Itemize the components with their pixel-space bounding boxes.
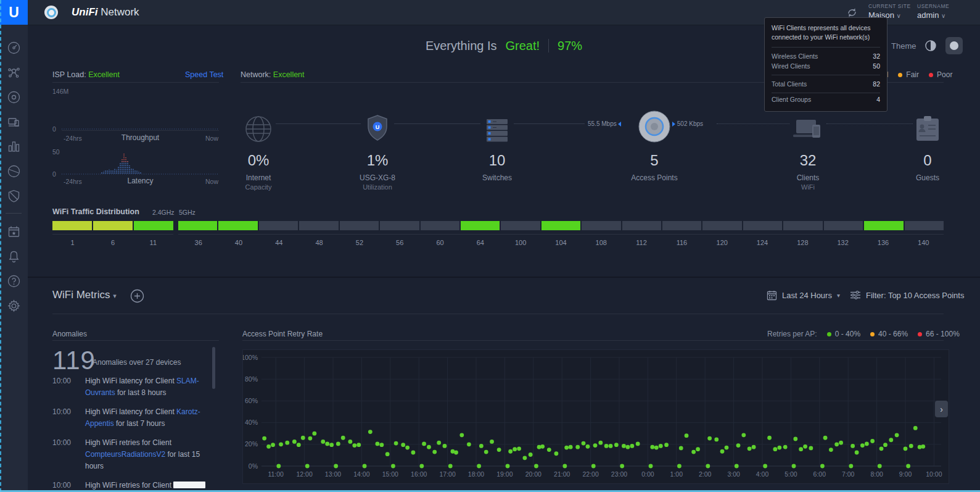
sidebar-item-threat-management[interactable] <box>7 189 21 203</box>
channel-segment-120 <box>702 221 741 230</box>
channel-label: 40 <box>218 239 258 246</box>
channel-label: 56 <box>380 239 420 246</box>
channel-segment-56 <box>380 221 419 230</box>
node-access-points[interactable]: 5 Access Points <box>614 104 694 183</box>
channel-segment-40 <box>218 221 257 230</box>
channel-segment-104 <box>541 221 580 230</box>
node-internet[interactable]: 0% Internet Capacity <box>218 104 299 191</box>
anomaly-text: High WiFi retries for Client <box>85 480 220 491</box>
svg-text:1:00: 1:00 <box>670 470 683 478</box>
anomalies-list: 10:00High WiFi latency for Client SLAM-O… <box>52 375 220 492</box>
globe-icon <box>218 104 299 143</box>
node-guests[interactable]: 0 Guests <box>887 104 968 183</box>
status-word: Great! <box>506 39 540 53</box>
svg-text:40%: 40% <box>245 419 258 426</box>
svg-text:7:00: 7:00 <box>842 470 855 478</box>
svg-text:23:00: 23:00 <box>611 470 627 478</box>
node-switches[interactable]: 10 Switches <box>457 104 537 183</box>
channel-label: 120 <box>702 239 742 246</box>
channel-segment-128 <box>783 221 822 230</box>
throughput-ymax: 146M <box>52 88 68 95</box>
anomaly-item: 10:00High WiFi latency for Client SLAM-O… <box>52 375 220 398</box>
light-theme-button[interactable] <box>922 37 939 54</box>
svg-text:9:00: 9:00 <box>899 470 912 478</box>
wifi-metrics-dropdown[interactable]: WiFi Metrics ▾ <box>52 289 117 301</box>
sidebar-item-clients[interactable] <box>7 115 21 129</box>
sidebar-item-dashboard[interactable] <box>7 41 21 55</box>
svg-text:22:00: 22:00 <box>582 470 598 478</box>
svg-text:0%: 0% <box>249 462 258 470</box>
add-widget-button[interactable] <box>130 289 144 306</box>
channel-label: 11 <box>133 239 173 246</box>
dark-theme-button[interactable] <box>945 37 963 54</box>
band-24-label: 2.4GHz <box>152 209 175 216</box>
speed-test-link[interactable]: Speed Test <box>185 70 223 79</box>
legend-dot-icon <box>929 73 933 77</box>
anomaly-time: 10:00 <box>52 406 85 429</box>
internet-capacity-value: 0% <box>218 152 299 169</box>
access-points-count: 5 <box>614 152 694 169</box>
user-menu[interactable]: USERNAME admin ∨ <box>917 3 949 20</box>
channel-segment-108 <box>582 221 620 230</box>
sidebar-item-topology[interactable] <box>7 65 21 80</box>
channel-labels-24ghz: 1611 <box>52 234 173 246</box>
channel-label: 1 <box>52 239 93 246</box>
channel-bar-5ghz <box>178 221 944 230</box>
network-status: Network: Excellent <box>241 70 305 79</box>
anomalies-count: 119 <box>52 346 96 375</box>
gateway-shield-icon: U <box>337 104 418 143</box>
ubiquiti-logo[interactable]: U <box>0 0 28 25</box>
channel-label: 104 <box>541 239 581 246</box>
sidebar-item-statistics[interactable] <box>7 140 21 154</box>
channel-segment-136 <box>864 221 903 230</box>
anomaly-time: 10:00 <box>52 437 85 472</box>
throughput-label: Throughput <box>62 133 219 142</box>
retry-chart-title: Access Point Retry Rate <box>242 330 323 338</box>
channel-label: 52 <box>339 239 379 246</box>
channel-label: 140 <box>904 239 944 246</box>
anomalies-summary: Anomalies over 27 devices <box>93 358 181 367</box>
status-separator <box>548 39 549 52</box>
anomaly-client-link[interactable]: CompteursRadiationsV2 <box>85 450 165 459</box>
svg-text:60%: 60% <box>245 397 258 404</box>
node-clients[interactable]: 32 Clients WiFi <box>768 104 848 191</box>
channel-segment-112 <box>622 221 661 230</box>
sidebar-item-help[interactable] <box>7 274 21 288</box>
isp-load-value: Excellent <box>88 70 120 79</box>
svg-text:17:00: 17:00 <box>439 470 455 478</box>
sidebar-item-devices[interactable] <box>7 90 21 104</box>
channel-segment-132 <box>824 221 863 230</box>
channel-label: 36 <box>178 239 218 246</box>
svg-text:21:00: 21:00 <box>554 470 570 478</box>
legend-item: 40 - 66% <box>870 330 908 338</box>
channel-label: 60 <box>420 239 460 246</box>
latency-chart <box>62 150 219 176</box>
latency-ymin: 0 <box>52 170 56 178</box>
guests-icon <box>887 104 968 143</box>
anomalies-title: Anomalies <box>52 330 87 338</box>
sidebar-item-events[interactable] <box>7 225 21 239</box>
channel-label: 6 <box>93 239 133 246</box>
channel-segment-100 <box>501 221 540 230</box>
node-gateway[interactable]: U 1% USG-XG-8 Utilization <box>337 104 418 191</box>
svg-text:13:00: 13:00 <box>325 470 341 478</box>
channel-segment-124 <box>743 221 782 230</box>
anomaly-time: 10:00 <box>52 375 85 398</box>
anomaly-text: High WiFi latency for Client Karotz-Appe… <box>85 406 220 429</box>
redacted-client-name <box>173 482 205 488</box>
sidebar-item-alerts[interactable] <box>7 249 21 264</box>
svg-text:11:00: 11:00 <box>268 470 284 478</box>
anomaly-item: 10:00High WiFi retries for Client <box>52 480 220 491</box>
filter-control[interactable]: Filter: Top 10 Access Points <box>850 290 964 300</box>
channel-label: 128 <box>783 239 823 246</box>
channel-segment-1 <box>52 221 92 230</box>
sidebar-item-settings[interactable] <box>7 299 21 313</box>
wifi-traffic-title: WiFi Traffic Distribution <box>52 207 139 216</box>
time-range-dropdown[interactable]: Last 24 Hours ▾ <box>767 290 840 301</box>
chart-next-button[interactable]: › <box>935 401 948 417</box>
svg-text:80%: 80% <box>245 375 258 383</box>
sidebar-item-insights[interactable] <box>7 164 21 178</box>
legend-item: Poor <box>929 70 952 79</box>
channel-label: 116 <box>662 239 702 246</box>
capture-border-left <box>0 0 1 492</box>
